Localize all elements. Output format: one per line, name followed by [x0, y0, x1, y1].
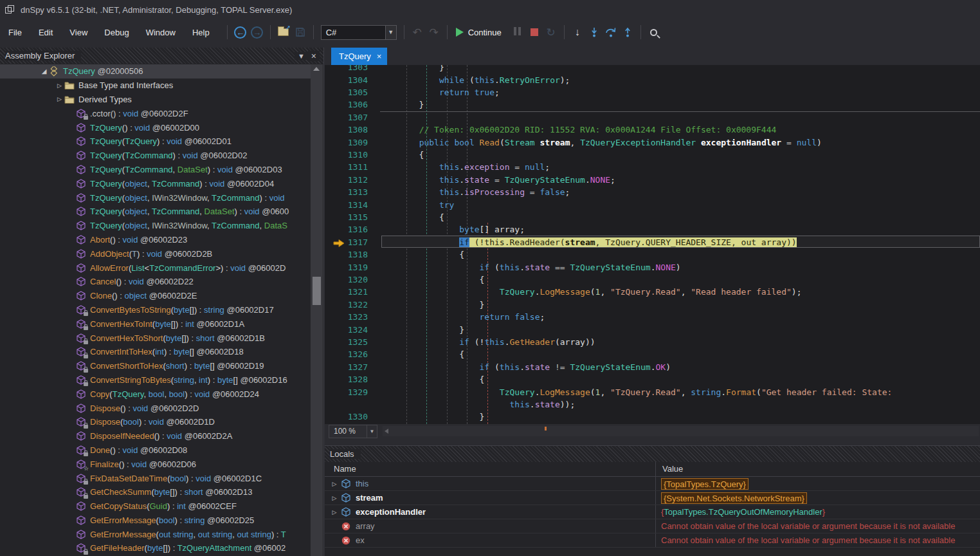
tree-item-method[interactable]: GetCopyStatus(Guid) : int @06002CEF	[0, 499, 311, 514]
tree-item-method[interactable]: TzQuery(TzCommand, DataSet) : void @0600…	[0, 163, 311, 177]
chevron-down-icon[interactable]: ▼	[385, 26, 396, 39]
tree-item-method[interactable]: FixDataSetDateTime(bool) : void @06002D1…	[0, 471, 311, 485]
code-editor[interactable]: 1303 }1304 while (this.RetryOnError);130…	[325, 65, 980, 424]
redo-button[interactable]: ↷	[426, 24, 442, 41]
tree-item-method[interactable]: TzQuery(object, TzCommand, DataSet) : vo…	[0, 205, 311, 219]
menu-edit[interactable]: Edit	[30, 24, 61, 41]
menu-debug[interactable]: Debug	[96, 24, 137, 41]
code-line[interactable]: 1315 {	[325, 211, 980, 223]
tree-item-method[interactable]: GetErrorMessage(bool) : string @06002D25	[0, 514, 311, 528]
code-line[interactable]: 1316 byte[] array;	[325, 223, 980, 236]
stop-debugging-button[interactable]	[526, 24, 543, 41]
tree-item-method[interactable]: Clone() : object @06002D2E	[0, 289, 311, 303]
expander-icon[interactable]: ▷	[330, 509, 339, 515]
tree-item-folder[interactable]: ▷Derived Types	[0, 93, 311, 107]
tree-item-method[interactable]: TzQuery(TzQuery) : void @06002D01	[0, 134, 311, 149]
code-line[interactable]: 1312 this.state = TzQueryStateEnum.NONE;	[325, 174, 980, 186]
code-line[interactable]: 1309 public bool Read(Stream stream, TzQ…	[325, 136, 980, 148]
tree-item-method[interactable]: TzQuery(TzCommand) : void @06002D02	[0, 149, 311, 163]
menu-view[interactable]: View	[61, 24, 96, 41]
code-line[interactable]: 1323 return false;	[325, 311, 980, 323]
expander-icon[interactable]: ◢	[40, 68, 48, 75]
code-line[interactable]: 1308 // Token: 0x06002D20 RID: 11552 RVA…	[325, 124, 980, 136]
chevron-down-icon[interactable]: ▼	[367, 425, 377, 438]
tree-item-method[interactable]: ConvertIntToHex(int) : byte[] @06002D18	[0, 345, 311, 359]
menu-window[interactable]: Window	[138, 24, 184, 41]
scrollbar-thumb[interactable]	[313, 277, 321, 305]
expander-icon[interactable]: ▷	[55, 96, 64, 102]
tree-item-method[interactable]: ☆Finalize() : void @06002D06	[0, 457, 311, 471]
panel-menu-chevron-icon[interactable]: ▼	[295, 52, 308, 60]
expander-icon[interactable]: ▷	[330, 481, 339, 487]
panel-close-icon[interactable]: ×	[308, 51, 320, 61]
code-line[interactable]: 1307	[325, 111, 980, 124]
search-button[interactable]	[646, 24, 662, 41]
navigate-forward-button[interactable]: →	[249, 24, 266, 41]
code-line[interactable]: 1310 {	[325, 149, 980, 161]
horizontal-scrollbar[interactable]	[383, 426, 979, 436]
code-line-current[interactable]: 1317 if (!this.ReadHeader(stream, TzQuer…	[325, 236, 980, 248]
code-line[interactable]: 1305 return true;	[325, 86, 980, 98]
locals-row-array[interactable]: arrayCannot obtain value of the local va…	[325, 519, 980, 533]
code-line[interactable]: 1324 }	[325, 323, 980, 335]
undo-button[interactable]: ↶	[409, 24, 426, 41]
tree-item-method[interactable]: TzQuery(object, TzCommand) : void @06002…	[0, 176, 311, 190]
restart-button[interactable]: ↻	[543, 24, 559, 41]
code-line[interactable]: 1319 if (this.state == TzQueryStateEnum.…	[325, 261, 980, 273]
tree-scrollbar[interactable]	[311, 64, 323, 556]
locals-row-this[interactable]: ▷this{TopalTypes.TzQuery}	[325, 477, 980, 491]
step-over-button[interactable]	[603, 24, 619, 41]
language-combo[interactable]: C# ▼	[321, 25, 397, 40]
code-line[interactable]: 1322 }	[325, 299, 980, 311]
tree-item-method[interactable]: Cancel() : void @06002D22	[0, 275, 311, 289]
code-line[interactable]: 1325 if (!this.GetHeader(array))	[325, 336, 980, 348]
scroll-up-icon[interactable]	[313, 67, 320, 71]
code-line[interactable]: 1304 while (this.RetryOnError);	[325, 73, 980, 86]
locals-row-stream[interactable]: ▷stream{System.Net.Sockets.NetworkStream…	[325, 491, 980, 505]
code-line[interactable]: 1303 }	[325, 65, 980, 73]
code-line[interactable]: 1306 }	[325, 98, 980, 111]
code-line[interactable]: 1320 {	[325, 273, 980, 286]
open-file-button[interactable]	[275, 24, 292, 41]
tree-item-method[interactable]: Done() : void @06002D08	[0, 443, 311, 458]
tree-item-method[interactable]: TzQuery() : void @06002D00	[0, 120, 311, 134]
step-into-button[interactable]	[586, 24, 603, 41]
continue-button[interactable]: Continue	[452, 24, 509, 41]
tree-item-method[interactable]: Dispose(bool) : void @06002D1D	[0, 415, 311, 429]
tree-item-method[interactable]: GetErrorMessage(out string, out string, …	[0, 527, 311, 541]
code-line[interactable]: 1321 TzQuery.LogMessage(1, "TzQuery.Read…	[325, 286, 980, 298]
tree-item-method[interactable]: GetFileHeader(byte[]) : TzQueryAttachmen…	[0, 541, 311, 555]
column-header-value[interactable]: Value	[656, 462, 980, 476]
navigate-back-button[interactable]: ←	[232, 24, 249, 41]
code-line[interactable]: 1329 TzQuery.LogMessage(1, "TzQuery.Read…	[325, 385, 980, 398]
menu-help[interactable]: Help	[184, 24, 218, 41]
expander-icon[interactable]: ▷	[55, 82, 64, 89]
tree-item-method[interactable]: .cctor() : void @06002D2F	[0, 106, 311, 120]
save-button[interactable]	[292, 24, 309, 41]
tree-item-method[interactable]: DisposeIfNeeded() : void @06002D2A	[0, 429, 311, 443]
code-line[interactable]: 1311 this.exception = null;	[325, 161, 980, 173]
tree-item-folder[interactable]: ▷Base Type and Interfaces	[0, 79, 311, 93]
step-out-button[interactable]	[619, 24, 636, 41]
tree-item-method[interactable]: TzQuery(object, IWin32Window, TzCommand)…	[0, 190, 311, 205]
menu-file[interactable]: File	[0, 24, 30, 41]
code-line[interactable]: 1330 }	[325, 411, 980, 423]
locals-row-ex[interactable]: exCannot obtain value of the local varia…	[325, 533, 980, 548]
tree-item-method[interactable]: Dispose() : void @06002D2D	[0, 401, 311, 415]
tree-item-root[interactable]: ◢TzQuery @02000506	[0, 64, 311, 79]
code-line[interactable]: 1327 if (this.state != TzQueryStateEnum.…	[325, 361, 980, 373]
zoom-control[interactable]: 100 % ▼	[329, 425, 377, 438]
tree-item-method[interactable]: ConvertBytesToString(byte[]) : string @0…	[0, 303, 311, 317]
column-header-name[interactable]: Name	[325, 462, 656, 476]
code-line[interactable]: 1314 try	[325, 198, 980, 210]
tab-close-icon[interactable]: ×	[377, 51, 382, 61]
code-line[interactable]: 1313 this.isProcessing = false;	[325, 186, 980, 198]
tree-item-method[interactable]: ConvertHexToShort(byte[]) : short @06002…	[0, 331, 311, 345]
tree-item-method[interactable]: Abort() : void @06002D23	[0, 233, 311, 247]
scroll-left-icon[interactable]	[385, 429, 388, 434]
tree-item-method[interactable]: GetCheckSumm(byte[]) : short @06002D13	[0, 485, 311, 499]
show-next-statement-button[interactable]: ↓	[569, 24, 586, 41]
pause-button[interactable]	[509, 24, 526, 41]
code-line[interactable]: 1326 {	[325, 348, 980, 360]
tree-item-method[interactable]: AllowError(List<TzCommandError>) : void …	[0, 261, 311, 275]
